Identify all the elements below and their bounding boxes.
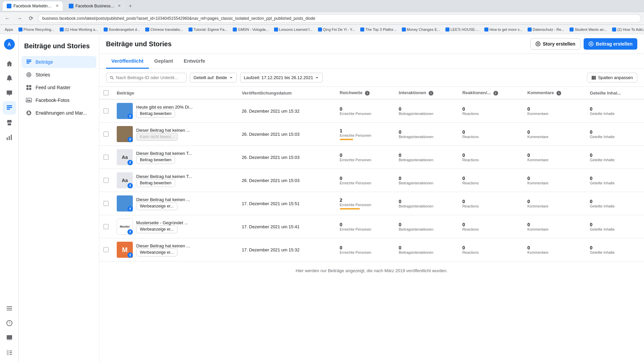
bookmark-2[interactable]: (1) How Working a... [58, 27, 100, 32]
td-checkbox-5 [99, 215, 113, 238]
row-checkbox-5[interactable] [103, 224, 109, 229]
th-reactions: Reaktionen/... i [458, 87, 523, 99]
reach-info-icon[interactable]: i [365, 91, 370, 96]
bookmark-9[interactable]: The Top 3 Platfor... [358, 27, 398, 32]
fb-badge-5 [127, 229, 133, 235]
sidebar-notification[interactable] [3, 72, 16, 85]
boost-btn-5[interactable]: Werbeanzeige er... [136, 225, 177, 233]
bookmark-4[interactable]: Chinese translatio... [143, 27, 185, 32]
reach-label-2: Erreichte Personen [340, 158, 391, 162]
boost-btn-2[interactable]: Beitrag bewerben [136, 156, 175, 164]
bookmark-favicon-14 [570, 27, 574, 32]
td-post-0: Heute gibt es einen 20% Di... Beitrag be… [113, 99, 238, 123]
td-checkbox-2 [99, 146, 113, 169]
address-bar[interactable]: business.facebook.com/latest/posts/publi… [38, 14, 641, 23]
bookmark-11[interactable]: LEE'S HOUSE-... [443, 27, 481, 32]
back-button[interactable]: ← [3, 14, 12, 23]
svg-rect-1 [7, 107, 12, 108]
comments-label-1: Kommentare [527, 135, 582, 139]
boost-btn-3[interactable]: Beitrag bewerben [136, 179, 175, 187]
bookmark-12[interactable]: How to get more v... [482, 27, 524, 32]
interactions-label-6: Beitragsinteraktionen [399, 250, 454, 254]
bookmark-15[interactable]: (2) How To Add A... [610, 27, 644, 32]
svg-rect-17 [26, 63, 30, 64]
forward-button[interactable]: → [15, 14, 24, 23]
tab-veroeffentlicht[interactable]: Veröffentlicht [106, 54, 149, 69]
tab-entwuerfe[interactable]: Entwürfe [178, 54, 211, 69]
fb-badge-0 [127, 114, 133, 119]
search-icon [110, 75, 114, 80]
search-input[interactable] [116, 75, 183, 80]
tab-close-1[interactable]: ✕ [56, 4, 59, 8]
tab-inactive[interactable]: Facebook Business Suite ✕ [65, 1, 125, 11]
td-interactions-4: 0 Beitragsinteraktionen [395, 192, 459, 215]
row-checkbox-3[interactable] [103, 178, 109, 183]
columns-button[interactable]: Spalten anpassen [587, 73, 637, 82]
sidebar-avatar[interactable]: A [3, 38, 16, 51]
sidebar-toggle[interactable] [3, 346, 16, 359]
boost-btn-4[interactable]: Werbeanzeige er... [136, 202, 177, 210]
td-checkbox-6 [99, 238, 113, 261]
bookmark-8[interactable]: Qing Fei De Yi - Y... [316, 27, 357, 32]
sidebar-help[interactable]: ? [3, 316, 16, 330]
tab-geplant-label: Geplant [154, 58, 173, 64]
boost-btn-6[interactable]: Werbeanzeige er... [136, 248, 177, 256]
sidebar-message[interactable] [3, 86, 16, 100]
sidebar-feedback[interactable] [3, 331, 16, 345]
boost-btn-1[interactable]: Kann nicht bewor... [136, 133, 178, 141]
shared-filter-dropdown[interactable]: Geteilt auf: Beide [190, 73, 237, 82]
date-filter-dropdown[interactable]: Laufzeit: 17.12.2021 bis 26.12.2021 [240, 73, 323, 82]
interactions-value-1: 0 [399, 129, 454, 135]
td-date-2: 26. Dezember 2021 um 15:03 [238, 146, 336, 169]
bookmark-14[interactable]: Student Wants an... [568, 27, 609, 32]
bookmark-apps[interactable]: Apps [3, 27, 15, 32]
select-all-checkbox[interactable] [103, 90, 109, 96]
bookmark-7[interactable]: Lessons Learned f... [272, 27, 315, 32]
row-checkbox-6[interactable] [103, 247, 109, 252]
sidebar-menu[interactable] [3, 302, 16, 315]
sidebar-posts-icon[interactable] [3, 101, 16, 115]
bookmark-favicon-6 [233, 27, 237, 32]
bookmark-1[interactable]: Phone Recycling... [16, 27, 56, 32]
help-icon: ? [6, 320, 13, 326]
table-row: Dieser Beitrag hat keinen ... Werbeanzei… [99, 192, 644, 215]
left-nav-title: Beiträge und Stories [21, 40, 96, 55]
row-checkbox-0[interactable] [103, 108, 109, 114]
interactions-info-icon[interactable]: i [429, 91, 433, 96]
nav-item-beitraege[interactable]: Beiträge [21, 56, 96, 68]
row-checkbox-4[interactable] [103, 201, 109, 206]
nav-item-stories[interactable]: Stories [21, 69, 96, 81]
bookmark-13[interactable]: Datenschutz - Re... [526, 27, 566, 32]
bookmark-3[interactable]: Sonderangebot d... [102, 27, 142, 32]
comments-info-icon[interactable]: i [556, 91, 561, 96]
sidebar-home[interactable] [3, 57, 16, 70]
bookmark-10[interactable]: Money Changes E... [400, 27, 442, 32]
story-create-button[interactable]: Story erstellen [530, 38, 580, 50]
post-create-button[interactable]: Beitrag erstellen [584, 38, 637, 50]
post-title-5: Musterseite - Gegründet ... [136, 220, 188, 225]
tab-geplant[interactable]: Geplant [149, 54, 178, 69]
row-checkbox-2[interactable] [103, 155, 109, 160]
reactions-value-5: 0 [462, 222, 519, 227]
reactions-label-3: Reactions [462, 181, 519, 185]
nav-item-feed[interactable]: Feed und Raster [21, 81, 96, 94]
sidebar-analytics[interactable] [3, 131, 16, 144]
bookmark-6[interactable]: GMSN - Vologda... [231, 27, 271, 32]
reload-button[interactable]: ⟳ [27, 14, 35, 23]
new-tab-button[interactable]: + [127, 3, 134, 9]
boost-btn-0[interactable]: Beitrag bewerben [136, 110, 175, 118]
td-comments-2: 0 Kommentare [523, 146, 586, 169]
fb-badge-6 [127, 252, 133, 258]
comments-value-6: 0 [527, 245, 582, 250]
row-checkbox-1[interactable] [103, 131, 109, 137]
nav-item-erwahnungen[interactable]: Erwähnungen und Mar... [21, 107, 96, 119]
bookmark-5[interactable]: Tutorial: Eigene Fa... [186, 27, 230, 32]
nav-item-fotos[interactable]: Facebook-Fotos [21, 94, 96, 106]
sidebar-shop[interactable] [3, 116, 16, 129]
reactions-info-icon[interactable]: i [493, 91, 498, 96]
th-posts: Beiträge [113, 87, 238, 99]
comments-value-1: 0 [527, 129, 582, 135]
tab-active[interactable]: Facebook Marketing & Werbe... ✕ [3, 1, 63, 11]
tab-close-2[interactable]: ✕ [118, 4, 121, 8]
search-container[interactable] [106, 73, 186, 82]
